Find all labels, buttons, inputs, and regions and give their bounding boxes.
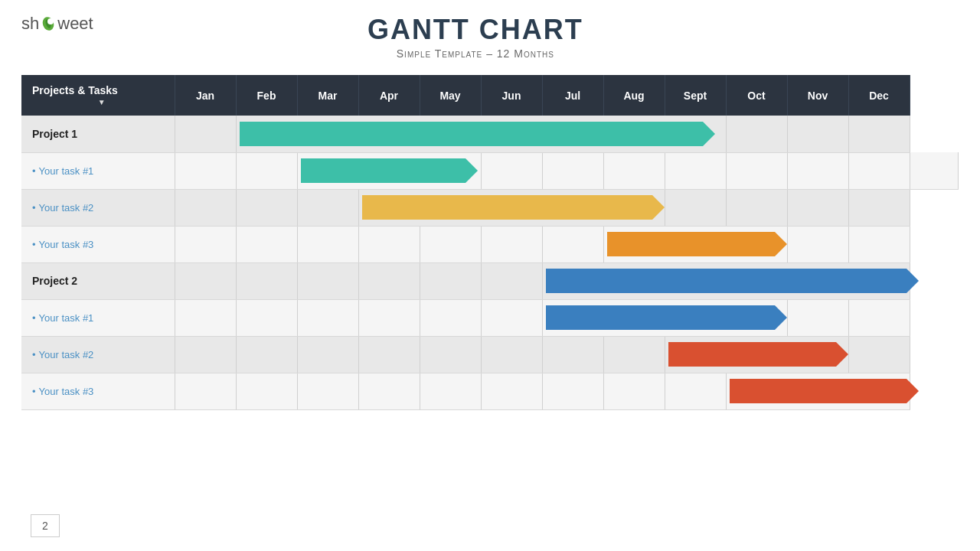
p1t1-jul — [603, 152, 665, 189]
p1t2-nov — [787, 189, 848, 226]
project-2-row: Project 2 — [21, 262, 959, 299]
p1-task2-bar-wrapper — [362, 195, 652, 220]
p1-task1-bar — [301, 158, 466, 183]
header-jun: Jun — [481, 75, 542, 116]
logo-text-after: weet — [57, 14, 93, 34]
p1t1-jun — [542, 152, 603, 189]
p1-task1-bar-wrapper — [301, 158, 466, 183]
p1-task2-row: •Your task #2 — [21, 189, 959, 226]
header-mar: Mar — [297, 75, 358, 116]
p1t3-feb — [236, 226, 297, 262]
p1-dec — [848, 116, 910, 152]
title-block: Gantt Chart Simple Template – 12 Months — [93, 14, 858, 60]
logo-leaf-icon — [41, 16, 56, 31]
p1t2-mar — [297, 189, 358, 226]
p1-task3-label: •Your task #3 — [21, 226, 175, 262]
p1-task2-label: •Your task #2 — [21, 189, 175, 226]
p2-task2-bar-cell — [665, 336, 848, 373]
p2t3-may — [420, 373, 481, 409]
p2t1-dec — [848, 299, 910, 336]
p1t2-oct — [726, 189, 787, 226]
header-feb: Feb — [236, 75, 297, 116]
p2t2-dec — [848, 336, 910, 373]
filter-arrow-icon[interactable]: ▼ — [32, 98, 172, 106]
p2t3-mar — [297, 373, 358, 409]
p2t1-feb — [236, 299, 297, 336]
header-nov: Nov — [787, 75, 848, 116]
p1t2-jan — [175, 189, 236, 226]
svg-point-2 — [47, 18, 54, 24]
p2t2-jun — [481, 336, 542, 373]
p2-bar — [546, 269, 906, 293]
main-title: Gantt Chart — [93, 14, 858, 46]
header-may: May — [420, 75, 481, 116]
p1t2-dec — [848, 189, 910, 226]
p1-bar — [240, 122, 703, 146]
p2t2-feb — [236, 336, 297, 373]
p2t1-nov — [787, 299, 848, 336]
p2-task1-bar-wrapper — [546, 305, 775, 330]
p2t2-jan — [175, 336, 236, 373]
project-2-label: Project 2 — [21, 262, 175, 299]
p2-task3-bar-cell — [726, 373, 910, 409]
p2-task2-bar — [668, 342, 836, 367]
p1-task3-row: •Your task #3 — [21, 226, 959, 262]
p2-task3-bar — [730, 379, 906, 403]
p2t3-jun — [481, 373, 542, 409]
p2t2-apr — [358, 336, 420, 373]
p2-task1-bar-cell — [542, 299, 787, 336]
p2-jun — [481, 262, 542, 299]
header-projects-tasks: Projects & Tasks ▼ — [21, 75, 175, 116]
p1t2-feb — [236, 189, 297, 226]
p1t3-dec — [848, 226, 910, 262]
logo-text: sh — [21, 14, 39, 34]
p2t3-aug — [603, 373, 665, 409]
p1-task3-bar-cell — [603, 226, 787, 262]
p1t3-nov — [787, 226, 848, 262]
p2t1-may — [420, 299, 481, 336]
p2t3-sept — [665, 373, 726, 409]
gantt-table: Projects & Tasks ▼ Jan Feb Mar Apr May J… — [21, 75, 959, 410]
p2t2-aug — [603, 336, 665, 373]
p1-nov — [787, 116, 848, 152]
page-header: sh weet Gantt Chart Simple Template – 12… — [0, 0, 980, 67]
p1t1-may — [481, 152, 542, 189]
p1-task2-bar — [362, 195, 652, 220]
p2-task2-row: •Your task #2 — [21, 336, 959, 373]
p2t1-jun — [481, 299, 542, 336]
p1t1-aug — [665, 152, 726, 189]
p2t3-jan — [175, 373, 236, 409]
project-1-label: Project 1 — [21, 116, 175, 152]
p1t3-may — [420, 226, 481, 262]
p2-feb — [236, 262, 297, 299]
p1-oct — [726, 116, 787, 152]
p2-task2-bar-wrapper — [668, 342, 836, 367]
p2-task2-label: •Your task #2 — [21, 336, 175, 373]
p2t2-mar — [297, 336, 358, 373]
p1t1-sept — [726, 152, 787, 189]
gantt-container: Projects & Tasks ▼ Jan Feb Mar Apr May J… — [21, 75, 959, 410]
p2t1-apr — [358, 299, 420, 336]
p1t3-apr — [358, 226, 420, 262]
p1-task1-row: •Your task #1 — [21, 152, 959, 189]
p2-bar-cell — [542, 262, 910, 299]
p2-task3-row: •Your task #3 — [21, 373, 959, 409]
p1t1-feb — [236, 152, 297, 189]
p2t3-jul — [542, 373, 603, 409]
p1-task1-label: •Your task #1 — [21, 152, 175, 189]
p1t3-jul — [542, 226, 603, 262]
p1-task3-bar-wrapper — [607, 232, 775, 256]
p1t1-oct — [787, 152, 848, 189]
p1t2-sept — [665, 189, 726, 226]
p1-task1-bar-cell — [297, 152, 481, 189]
p1-bar-wrapper — [240, 122, 703, 146]
gantt-header-row: Projects & Tasks ▼ Jan Feb Mar Apr May J… — [21, 75, 959, 116]
p2-apr — [358, 262, 420, 299]
p1t3-jan — [175, 226, 236, 262]
sub-title: Simple Template – 12 Months — [93, 47, 858, 60]
page-number: 2 — [31, 514, 60, 537]
p2-task1-row: •Your task #1 — [21, 299, 959, 336]
p2t3-apr — [358, 373, 420, 409]
p2-task1-bar — [546, 305, 775, 330]
p1t1-nov — [848, 152, 910, 189]
